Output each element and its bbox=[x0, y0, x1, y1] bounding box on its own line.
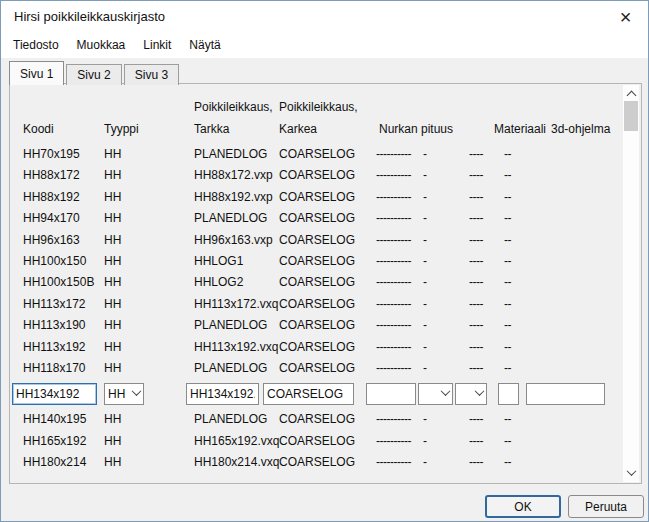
cell-koodi: HH118x170 bbox=[23, 358, 85, 379]
cell-nurkan-dash2: ---- bbox=[469, 208, 483, 229]
materiaali-input[interactable] bbox=[498, 383, 519, 405]
cell-nurkan-pituus: ---------- bbox=[376, 272, 411, 293]
vertical-scrollbar[interactable] bbox=[623, 85, 639, 482]
cell-koodi: HH94x170 bbox=[23, 208, 80, 229]
ok-button[interactable]: OK bbox=[485, 495, 561, 518]
ohjelma-3d-input[interactable] bbox=[526, 383, 605, 405]
cell-tarkka: PLANEDLOG bbox=[194, 208, 267, 229]
table-row[interactable]: HH113x192 HH HH113x192.vxq COARSELOG ---… bbox=[10, 337, 621, 358]
cell-materiaali: -- bbox=[504, 294, 511, 315]
table-row[interactable]: HH96x163 HH HH96x163.vxp COARSELOG -----… bbox=[10, 230, 621, 251]
cell-materiaali: -- bbox=[504, 251, 511, 272]
cell-nurkan-dash: - bbox=[423, 272, 427, 293]
cell-karkea: COARSELOG bbox=[279, 452, 355, 473]
cell-tarkka: HHLOG2 bbox=[194, 272, 243, 293]
karkea-input[interactable] bbox=[263, 383, 354, 405]
cell-nurkan-pituus: ---------- bbox=[376, 251, 411, 272]
tab-sivu-1[interactable]: Sivu 1 bbox=[9, 61, 64, 85]
menu-muokkaa[interactable]: Muokkaa bbox=[68, 34, 135, 56]
scrollbar-thumb[interactable] bbox=[624, 101, 638, 131]
cell-nurkan-dash2: ---- bbox=[469, 144, 483, 165]
cell-karkea: COARSELOG bbox=[279, 337, 355, 358]
tabstrip: Sivu 1 Sivu 2 Sivu 3 bbox=[9, 61, 181, 85]
menu-linkit[interactable]: Linkit bbox=[134, 34, 180, 56]
cell-nurkan-dash: - bbox=[423, 187, 427, 208]
cell-tyyppi: HH bbox=[104, 294, 121, 315]
cell-tyyppi: HH bbox=[104, 208, 121, 229]
cell-nurkan-dash: - bbox=[423, 431, 427, 452]
table-row[interactable]: HH180x214 HH HH180x214.vxq COARSELOG ---… bbox=[10, 452, 621, 473]
cell-nurkan-dash2: ---- bbox=[469, 251, 483, 272]
cancel-button[interactable]: Peruuta bbox=[568, 495, 644, 518]
scroll-up-button[interactable] bbox=[623, 85, 639, 101]
cell-karkea: COARSELOG bbox=[279, 165, 355, 186]
cell-nurkan-dash: - bbox=[423, 358, 427, 379]
cell-tarkka: HH96x163.vxp bbox=[194, 230, 273, 251]
menu-nayta[interactable]: Näytä bbox=[180, 34, 229, 56]
cell-koodi: HH140x195 bbox=[23, 409, 86, 430]
cell-tyyppi: HH bbox=[104, 337, 121, 358]
cell-nurkan-dash2: ---- bbox=[469, 165, 483, 186]
cell-nurkan-pituus: ---------- bbox=[376, 358, 411, 379]
row-host: HH70x195 HH PLANEDLOG COARSELOG --------… bbox=[10, 144, 621, 473]
koodi-input[interactable] bbox=[12, 383, 97, 405]
table-row[interactable]: HH113x172 HH HH113x172.vxq COARSELOG ---… bbox=[10, 294, 621, 315]
table-row[interactable]: HH94x170 HH PLANEDLOG COARSELOG --------… bbox=[10, 208, 621, 229]
table-row[interactable]: HH113x190 HH PLANEDLOG COARSELOG -------… bbox=[10, 315, 621, 336]
table-row[interactable]: HH70x195 HH PLANEDLOG COARSELOG --------… bbox=[10, 144, 621, 165]
column-header-koodi: Koodi bbox=[23, 96, 54, 140]
cell-tyyppi: HH bbox=[104, 165, 121, 186]
column-header-poikkileikkaus-tarkka: Poikkileikkaus, Tarkka bbox=[194, 96, 273, 140]
cell-tarkka: PLANEDLOG bbox=[194, 358, 267, 379]
cell-nurkan-dash2: ---- bbox=[469, 337, 483, 358]
cell-karkea: COARSELOG bbox=[279, 409, 355, 430]
nurkan-pituus-input[interactable] bbox=[366, 383, 416, 405]
cell-materiaali: -- bbox=[504, 208, 511, 229]
table-row[interactable]: HH100x150B HH HHLOG2 COARSELOG ---------… bbox=[10, 272, 621, 293]
cell-koodi: HH113x190 bbox=[23, 315, 85, 336]
cell-nurkan-pituus: ---------- bbox=[376, 144, 411, 165]
table-row[interactable]: HH88x192 HH HH88x192.vxp COARSELOG -----… bbox=[10, 187, 621, 208]
cell-nurkan-dash2: ---- bbox=[469, 230, 483, 251]
table-row[interactable]: HH118x170 HH PLANEDLOG COARSELOG -------… bbox=[10, 358, 621, 379]
scroll-down-button[interactable] bbox=[623, 466, 639, 482]
chevron-down-icon bbox=[626, 466, 636, 476]
log-cross-section-library-dialog: Hirsi poikkileikkauskirjasto × Tiedosto … bbox=[0, 0, 649, 522]
table-row[interactable]: HH165x192 HH HH165x192.vxq COARSELOG ---… bbox=[10, 431, 621, 452]
cell-tarkka: HH88x192.vxp bbox=[194, 187, 273, 208]
close-button[interactable]: × bbox=[603, 1, 648, 32]
tarkka-input[interactable] bbox=[186, 383, 259, 405]
menu-tiedosto[interactable]: Tiedosto bbox=[4, 34, 68, 56]
cell-materiaali: -- bbox=[504, 187, 511, 208]
cell-materiaali: -- bbox=[504, 272, 511, 293]
cell-tyyppi: HH bbox=[104, 187, 121, 208]
cell-nurkan-dash: - bbox=[423, 165, 427, 186]
tyyppi-dropdown[interactable]: HH bbox=[104, 383, 144, 405]
cell-karkea: COARSELOG bbox=[279, 358, 355, 379]
cell-tyyppi: HH bbox=[104, 251, 121, 272]
table-row[interactable]: HH140x195 HH PLANEDLOG COARSELOG -------… bbox=[10, 409, 621, 430]
nurkan-dropdown-2[interactable] bbox=[455, 383, 487, 405]
cell-tyyppi: HH bbox=[104, 452, 121, 473]
cell-nurkan-pituus: ---------- bbox=[376, 315, 411, 336]
cell-karkea: COARSELOG bbox=[279, 208, 355, 229]
cell-koodi: HH100x150 bbox=[23, 251, 86, 272]
cell-tyyppi: HH bbox=[104, 358, 121, 379]
cell-tarkka: HH180x214.vxq bbox=[194, 452, 279, 473]
table-row[interactable]: HH88x172 HH HH88x172.vxp COARSELOG -----… bbox=[10, 165, 621, 186]
cell-nurkan-dash: - bbox=[423, 208, 427, 229]
chevron-up-icon bbox=[626, 90, 636, 100]
tab-sivu-3[interactable]: Sivu 3 bbox=[124, 64, 179, 85]
cell-tyyppi: HH bbox=[104, 272, 121, 293]
tab-page-sivu-1: Koodi Tyyppi Poikkileikkaus, Tarkka Poik… bbox=[9, 83, 642, 484]
cell-materiaali: -- bbox=[504, 431, 511, 452]
cell-nurkan-pituus: ---------- bbox=[376, 208, 411, 229]
chevron-down-icon bbox=[132, 386, 142, 396]
cell-tyyppi: HH bbox=[104, 431, 121, 452]
cell-koodi: HH180x214 bbox=[23, 452, 86, 473]
tab-sivu-2[interactable]: Sivu 2 bbox=[66, 64, 121, 85]
close-icon: × bbox=[620, 7, 632, 27]
nurkan-dropdown-1[interactable] bbox=[418, 383, 453, 405]
table-row[interactable]: HH100x150 HH HHLOG1 COARSELOG ----------… bbox=[10, 251, 621, 272]
cell-koodi: HH96x163 bbox=[23, 230, 80, 251]
